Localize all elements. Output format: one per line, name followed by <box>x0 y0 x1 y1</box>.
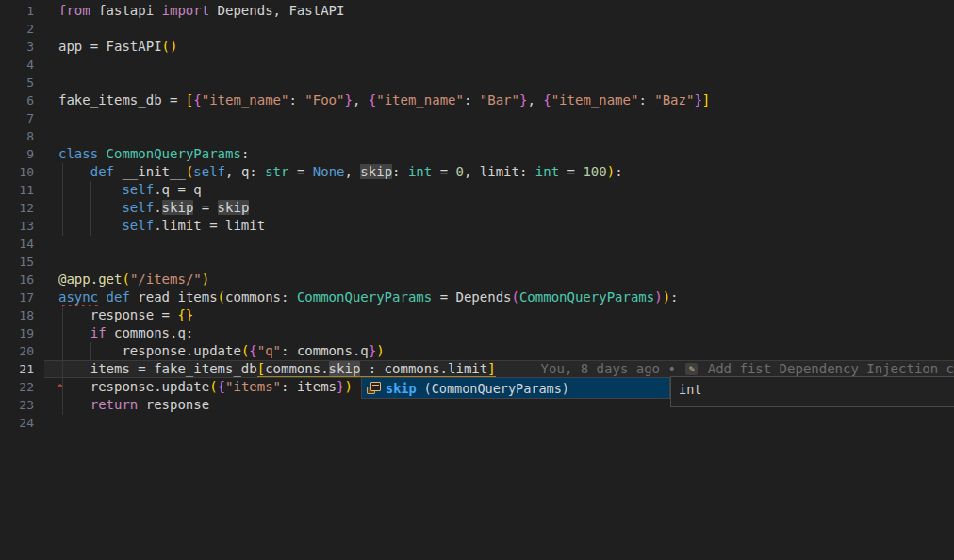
code-token: __init__ <box>114 164 186 179</box>
code-token: def <box>107 289 130 305</box>
line-number[interactable]: 2 <box>0 20 34 38</box>
code-token: {} <box>177 307 193 322</box>
code-token: ) <box>202 272 209 287</box>
code-line[interactable]: 19 if commons.q: <box>0 324 954 342</box>
line-number[interactable]: 15 <box>0 253 34 271</box>
code-token: ( <box>209 379 217 394</box>
line-number[interactable]: 7 <box>0 109 34 127</box>
line-number[interactable]: 4 <box>0 56 34 74</box>
code-token: : <box>615 164 622 179</box>
line-number[interactable]: 9 <box>0 145 34 163</box>
code-token: ) <box>376 343 384 358</box>
code-token: ) <box>345 379 353 394</box>
code-line[interactable]: 7 <box>0 109 954 127</box>
code-token: { <box>193 92 201 107</box>
code-text: if commons.q: <box>58 325 193 340</box>
code-token: ) <box>663 289 670 305</box>
code-token: response = <box>58 307 177 322</box>
code-token: skip <box>329 361 361 377</box>
code-token: skip <box>162 200 194 215</box>
line-number[interactable]: 16 <box>0 271 34 288</box>
code-token: , <box>353 92 369 107</box>
code-token <box>58 218 122 233</box>
code-line[interactable]: 3app = FastAPI() <box>0 38 954 56</box>
line-number[interactable]: 1 <box>0 2 34 20</box>
code-token: app = FastAPI <box>58 39 162 54</box>
code-line[interactable]: 16@app.get("/items/") <box>0 271 954 288</box>
line-number[interactable]: 19 <box>0 324 34 342</box>
code-line[interactable]: 6fake_items_db = [{"item_name": "Foo"}, … <box>0 91 954 109</box>
suggest-widget[interactable]: skip (CommonQueryParams) <box>361 377 670 399</box>
code-line[interactable]: 14 <box>0 235 954 253</box>
code-line[interactable]: 13 self.limit = limit <box>0 217 954 235</box>
code-line[interactable]: 11 self.q = q <box>0 181 954 199</box>
code-token: : items <box>281 379 337 394</box>
code-line[interactable]: 8 <box>0 127 954 145</box>
code-token: : <box>392 164 408 179</box>
code-token: "Foo" <box>304 92 344 107</box>
code-line[interactable]: 15 <box>0 253 954 271</box>
code-token: .limit = limit <box>154 218 265 233</box>
line-number[interactable]: 23 <box>0 396 34 414</box>
code-line[interactable]: 24 <box>0 414 954 432</box>
code-text: self.limit = limit <box>58 218 265 233</box>
line-number[interactable]: 12 <box>0 199 34 217</box>
code-token: read_items <box>130 289 218 305</box>
error-caret-mark: ^ <box>57 384 63 395</box>
code-line[interactable]: 5 <box>0 74 954 91</box>
code-token: "item_name" <box>551 92 639 107</box>
code-token: ] <box>487 361 495 377</box>
code-token: commons.q: <box>107 325 194 340</box>
line-number[interactable]: 20 <box>0 342 34 360</box>
code-token: } <box>694 92 701 107</box>
code-line[interactable]: 18 response = {} <box>0 306 954 324</box>
blame-commit-message: Add fist Dependency Injection c <box>699 361 954 376</box>
line-number[interactable]: 18 <box>0 306 34 324</box>
code-line[interactable]: 9class CommonQueryParams: <box>0 145 954 163</box>
code-editor[interactable]: 1from fastapi import Depends, FastAPI23a… <box>0 0 954 560</box>
code-token: : <box>464 92 480 107</box>
line-number[interactable]: 8 <box>0 127 34 145</box>
code-line[interactable]: 17async def read_items(commons: CommonQu… <box>0 288 954 306</box>
code-token: self <box>122 200 154 215</box>
line-number[interactable]: 3 <box>0 38 34 56</box>
code-text: from fastapi import Depends, FastAPI <box>58 3 344 18</box>
code-line[interactable]: 1from fastapi import Depends, FastAPI <box>0 2 954 20</box>
code-token: import <box>162 3 210 18</box>
line-number[interactable]: 10 <box>0 163 34 181</box>
code-token: { <box>249 343 256 358</box>
line-number[interactable]: 21 <box>0 360 34 378</box>
code-token: "item_name" <box>376 92 464 107</box>
suggest-item-label[interactable]: skip <box>386 381 417 396</box>
code-token: 0 <box>456 164 464 179</box>
code-token: "Baz" <box>654 92 694 107</box>
code-line[interactable]: 12 self.skip = skip <box>0 199 954 217</box>
code-text: items = fake_items_db[commons.skip : com… <box>58 361 496 377</box>
suggest-item-detail: (CommonQueryParams) <box>424 381 569 396</box>
code-line[interactable]: 20 response.update({"q": commons.q}) <box>0 342 954 360</box>
code-text: class CommonQueryParams: <box>58 146 249 161</box>
code-token: "Bar" <box>480 92 519 107</box>
code-token: self <box>122 182 154 197</box>
line-number[interactable]: 13 <box>0 217 34 235</box>
line-number[interactable]: 17 <box>0 288 34 306</box>
code-token: : <box>288 92 304 107</box>
suggest-docs-panel: int <box>670 376 954 407</box>
git-blame-annotation[interactable]: You, 8 days ago • ✎ Add fist Dependency … <box>541 361 954 376</box>
code-line[interactable]: 10 def __init__(self, q: str = None, ski… <box>0 163 954 181</box>
code-token: "items" <box>225 379 281 394</box>
code-token: class <box>58 146 98 161</box>
code-token: ( <box>512 289 519 305</box>
line-number[interactable]: 6 <box>0 91 34 109</box>
code-token: items = fake_items_db <box>58 361 257 376</box>
code-area[interactable]: 1from fastapi import Depends, FastAPI23a… <box>0 2 954 432</box>
line-number[interactable]: 5 <box>0 74 34 91</box>
line-number[interactable]: 24 <box>0 414 34 432</box>
code-line[interactable]: 4 <box>0 56 954 74</box>
line-number[interactable]: 11 <box>0 181 34 199</box>
code-token: .q = q <box>154 182 202 197</box>
code-token: ] <box>702 92 710 107</box>
line-number[interactable]: 22 <box>0 378 34 396</box>
code-line[interactable]: 2 <box>0 20 954 38</box>
line-number[interactable]: 14 <box>0 235 34 253</box>
